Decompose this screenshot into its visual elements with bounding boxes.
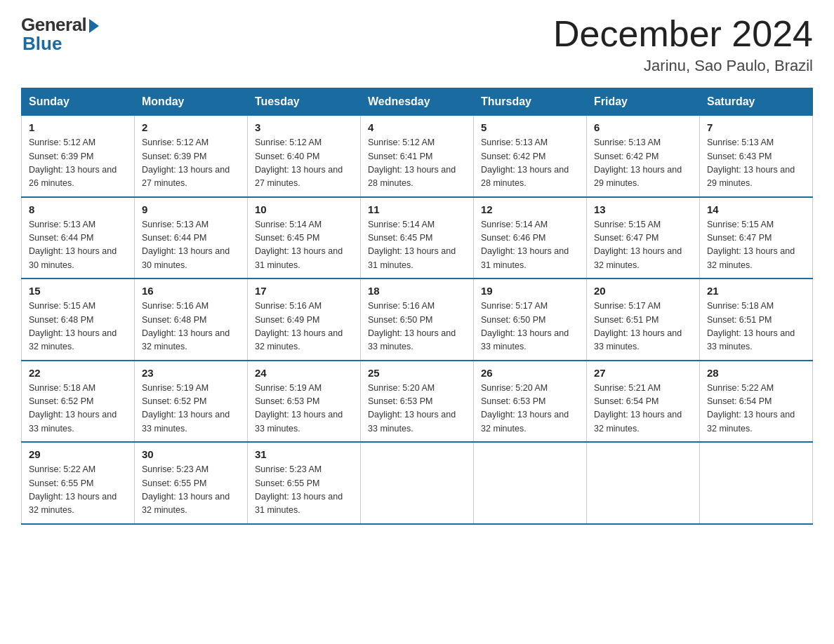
day-info: Sunrise: 5:22 AMSunset: 6:55 PMDaylight:… [29,463,127,518]
day-info: Sunrise: 5:16 AMSunset: 6:49 PMDaylight:… [255,300,353,354]
calendar-day-cell: 27 Sunrise: 5:21 AMSunset: 6:54 PMDaylig… [587,361,700,443]
day-info: Sunrise: 5:18 AMSunset: 6:52 PMDaylight:… [29,382,127,436]
calendar-day-cell: 22 Sunrise: 5:18 AMSunset: 6:52 PMDaylig… [22,361,135,443]
logo-arrow-icon [89,19,99,33]
day-number: 24 [255,367,353,379]
day-info: Sunrise: 5:12 AMSunset: 6:39 PMDaylight:… [142,136,240,191]
location-subtitle: Jarinu, Sao Paulo, Brazil [553,57,813,75]
day-number: 15 [29,285,127,297]
day-number: 31 [255,448,353,460]
calendar-day-cell [700,442,813,524]
calendar-day-cell: 14 Sunrise: 5:15 AMSunset: 6:47 PMDaylig… [700,197,813,279]
day-info: Sunrise: 5:21 AMSunset: 6:54 PMDaylight:… [594,382,692,436]
calendar-day-cell: 26 Sunrise: 5:20 AMSunset: 6:53 PMDaylig… [474,361,587,443]
calendar-day-cell [474,442,587,524]
day-number: 7 [707,121,805,133]
weekday-header-sunday: Sunday [22,88,135,116]
calendar-day-cell: 9 Sunrise: 5:13 AMSunset: 6:44 PMDayligh… [135,197,248,279]
day-number: 20 [594,285,692,297]
weekday-header-monday: Monday [135,88,248,116]
day-info: Sunrise: 5:15 AMSunset: 6:47 PMDaylight:… [594,218,692,273]
calendar-body: 1 Sunrise: 5:12 AMSunset: 6:39 PMDayligh… [22,116,813,524]
day-number: 23 [142,367,240,379]
day-info: Sunrise: 5:19 AMSunset: 6:53 PMDaylight:… [255,382,353,436]
day-info: Sunrise: 5:17 AMSunset: 6:50 PMDaylight:… [481,300,579,354]
page-header: General Blue December 2024 Jarinu, Sao P… [21,14,813,75]
day-info: Sunrise: 5:23 AMSunset: 6:55 PMDaylight:… [142,463,240,518]
day-number: 3 [255,121,353,133]
weekday-header-saturday: Saturday [700,88,813,116]
calendar-day-cell: 18 Sunrise: 5:16 AMSunset: 6:50 PMDaylig… [361,279,474,361]
day-info: Sunrise: 5:12 AMSunset: 6:39 PMDaylight:… [29,136,127,191]
day-info: Sunrise: 5:13 AMSunset: 6:43 PMDaylight:… [707,136,805,191]
calendar-header: SundayMondayTuesdayWednesdayThursdayFrid… [22,88,813,116]
calendar-day-cell: 29 Sunrise: 5:22 AMSunset: 6:55 PMDaylig… [22,442,135,524]
calendar-week-row-2: 8 Sunrise: 5:13 AMSunset: 6:44 PMDayligh… [22,197,813,279]
day-number: 26 [481,367,579,379]
calendar-day-cell: 13 Sunrise: 5:15 AMSunset: 6:47 PMDaylig… [587,197,700,279]
calendar-day-cell: 28 Sunrise: 5:22 AMSunset: 6:54 PMDaylig… [700,361,813,443]
day-number: 4 [368,121,466,133]
calendar-day-cell: 31 Sunrise: 5:23 AMSunset: 6:55 PMDaylig… [248,442,361,524]
day-info: Sunrise: 5:15 AMSunset: 6:48 PMDaylight:… [29,300,127,354]
calendar-day-cell: 30 Sunrise: 5:23 AMSunset: 6:55 PMDaylig… [135,442,248,524]
day-info: Sunrise: 5:20 AMSunset: 6:53 PMDaylight:… [368,382,466,436]
day-info: Sunrise: 5:14 AMSunset: 6:45 PMDaylight:… [368,218,466,273]
day-info: Sunrise: 5:14 AMSunset: 6:46 PMDaylight:… [481,218,579,273]
day-info: Sunrise: 5:19 AMSunset: 6:52 PMDaylight:… [142,382,240,436]
day-number: 6 [594,121,692,133]
calendar-week-row-5: 29 Sunrise: 5:22 AMSunset: 6:55 PMDaylig… [22,442,813,524]
day-number: 30 [142,448,240,460]
month-title: December 2024 [553,14,813,54]
calendar-day-cell: 25 Sunrise: 5:20 AMSunset: 6:53 PMDaylig… [361,361,474,443]
calendar-day-cell: 6 Sunrise: 5:13 AMSunset: 6:42 PMDayligh… [587,116,700,197]
title-block: December 2024 Jarinu, Sao Paulo, Brazil [553,14,813,75]
calendar-day-cell: 12 Sunrise: 5:14 AMSunset: 6:46 PMDaylig… [474,197,587,279]
day-number: 12 [481,203,579,215]
weekday-header-wednesday: Wednesday [361,88,474,116]
calendar-day-cell: 3 Sunrise: 5:12 AMSunset: 6:40 PMDayligh… [248,116,361,197]
day-number: 10 [255,203,353,215]
calendar-day-cell: 2 Sunrise: 5:12 AMSunset: 6:39 PMDayligh… [135,116,248,197]
calendar-week-row-4: 22 Sunrise: 5:18 AMSunset: 6:52 PMDaylig… [22,361,813,443]
day-number: 16 [142,285,240,297]
day-number: 21 [707,285,805,297]
day-info: Sunrise: 5:12 AMSunset: 6:41 PMDaylight:… [368,136,466,191]
day-number: 2 [142,121,240,133]
day-number: 5 [481,121,579,133]
day-info: Sunrise: 5:22 AMSunset: 6:54 PMDaylight:… [707,382,805,436]
calendar-day-cell: 20 Sunrise: 5:17 AMSunset: 6:51 PMDaylig… [587,279,700,361]
day-number: 19 [481,285,579,297]
calendar-day-cell: 8 Sunrise: 5:13 AMSunset: 6:44 PMDayligh… [22,197,135,279]
calendar-day-cell: 10 Sunrise: 5:14 AMSunset: 6:45 PMDaylig… [248,197,361,279]
calendar-day-cell: 21 Sunrise: 5:18 AMSunset: 6:51 PMDaylig… [700,279,813,361]
day-info: Sunrise: 5:13 AMSunset: 6:44 PMDaylight:… [142,218,240,273]
day-number: 18 [368,285,466,297]
calendar-day-cell: 17 Sunrise: 5:16 AMSunset: 6:49 PMDaylig… [248,279,361,361]
calendar-day-cell [587,442,700,524]
logo: General Blue [21,14,99,55]
logo-blue-text: Blue [22,33,62,55]
day-number: 28 [707,367,805,379]
day-number: 27 [594,367,692,379]
weekday-header-tuesday: Tuesday [248,88,361,116]
calendar-day-cell: 23 Sunrise: 5:19 AMSunset: 6:52 PMDaylig… [135,361,248,443]
day-info: Sunrise: 5:18 AMSunset: 6:51 PMDaylight:… [707,300,805,354]
day-info: Sunrise: 5:20 AMSunset: 6:53 PMDaylight:… [481,382,579,436]
calendar-day-cell: 11 Sunrise: 5:14 AMSunset: 6:45 PMDaylig… [361,197,474,279]
day-info: Sunrise: 5:14 AMSunset: 6:45 PMDaylight:… [255,218,353,273]
calendar-day-cell: 15 Sunrise: 5:15 AMSunset: 6:48 PMDaylig… [22,279,135,361]
day-number: 13 [594,203,692,215]
calendar-day-cell [361,442,474,524]
day-info: Sunrise: 5:15 AMSunset: 6:47 PMDaylight:… [707,218,805,273]
calendar-week-row-3: 15 Sunrise: 5:15 AMSunset: 6:48 PMDaylig… [22,279,813,361]
weekday-header-row: SundayMondayTuesdayWednesdayThursdayFrid… [22,88,813,116]
weekday-header-friday: Friday [587,88,700,116]
day-info: Sunrise: 5:17 AMSunset: 6:51 PMDaylight:… [594,300,692,354]
calendar-day-cell: 24 Sunrise: 5:19 AMSunset: 6:53 PMDaylig… [248,361,361,443]
calendar-day-cell: 4 Sunrise: 5:12 AMSunset: 6:41 PMDayligh… [361,116,474,197]
day-number: 1 [29,121,127,133]
calendar-day-cell: 1 Sunrise: 5:12 AMSunset: 6:39 PMDayligh… [22,116,135,197]
calendar-day-cell: 16 Sunrise: 5:16 AMSunset: 6:48 PMDaylig… [135,279,248,361]
calendar-table: SundayMondayTuesdayWednesdayThursdayFrid… [21,88,813,525]
